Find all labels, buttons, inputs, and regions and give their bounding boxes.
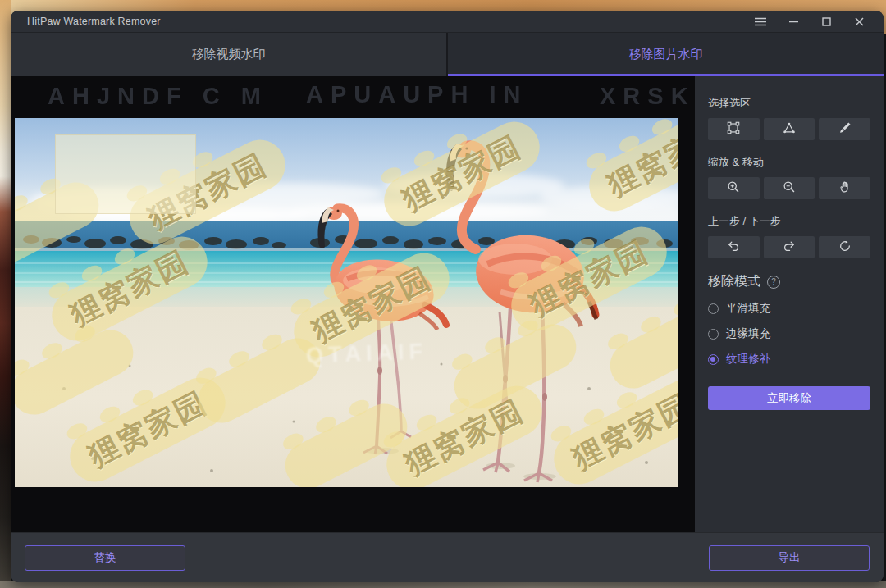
close-icon [855, 17, 864, 26]
tool-undo-button[interactable] [708, 236, 760, 258]
section-label-selection: 选择选区 [708, 96, 870, 111]
radio-selected-icon [708, 354, 719, 365]
minimize-icon [789, 17, 798, 26]
marquee-select-icon [726, 121, 741, 139]
mode-option-label: 平滑填充 [726, 301, 770, 316]
remove-now-button[interactable]: 立即移除 [708, 386, 870, 410]
undo-redo-tool-row [708, 236, 870, 258]
undo-icon [726, 239, 741, 257]
section-label-zoom-move: 缩放 & 移动 [708, 155, 870, 170]
tool-polygon-select-button[interactable] [764, 118, 815, 140]
polygon-select-icon [782, 121, 797, 139]
maximize-icon [822, 17, 831, 26]
footer-bar: 替换 导出 [11, 532, 884, 582]
ghost-watermark: XRSKA [600, 83, 695, 110]
tab-remove-video-watermark[interactable]: 移除视频水印 [11, 33, 446, 76]
titlebar: HitPaw Watermark Remover [11, 11, 884, 33]
main-area: AHJNDF C MAPUAUPH INXRSKA [11, 76, 884, 532]
remove-mode-header: 移除模式 ? [708, 273, 870, 290]
zoom-move-tool-row [708, 177, 870, 199]
ghost-watermark: APUAUPH IN [306, 81, 527, 108]
tool-zoom-in-button[interactable] [708, 177, 760, 199]
mode-option-texture-repair[interactable]: 纹理修补 [708, 352, 870, 367]
window-controls [754, 15, 865, 28]
tool-brush-select-button[interactable] [819, 118, 870, 140]
mode-option-edge-fill[interactable]: 边缘填充 [708, 326, 870, 341]
radio-unselected-icon [708, 303, 719, 314]
mode-option-smooth-fill[interactable]: 平滑填充 [708, 301, 870, 316]
watermark-paw [602, 296, 678, 397]
mode-option-label: 边缘填充 [726, 326, 770, 341]
maximize-button[interactable] [820, 15, 833, 28]
window-title: HitPaw Watermark Remover [27, 16, 161, 27]
section-label-undo-redo: 上一步 / 下一步 [708, 214, 870, 229]
menu-button[interactable] [754, 15, 767, 28]
editor-canvas: AHJNDF C MAPUAUPH INXRSKA [11, 76, 695, 532]
watermark-paw-text: 狸窝家园 [581, 118, 678, 220]
desktop-background-bottom [0, 581, 886, 588]
tool-marquee-select-button[interactable] [708, 118, 760, 140]
export-button[interactable]: 导出 [709, 545, 870, 571]
minimize-button[interactable] [787, 15, 800, 28]
hamburger-icon [755, 17, 766, 26]
tab-label: 移除视频水印 [192, 47, 266, 62]
tools-sidebar: 选择选区 缩放 & 移动 上一步 / 下一步 移除模式 ? 平滑填充边缘填充纹理… [695, 76, 884, 532]
watermark-paw-text: 狸窝家园 [546, 371, 678, 487]
radio-unselected-icon [708, 329, 719, 340]
desktop-background-left [0, 0, 11, 588]
beach-photo[interactable]: 狸窝家园狸窝家园狸窝家园狸窝家园狸窝家园狸窝家园狸窝家园狸窝家园狸窝家园 QTA… [15, 118, 678, 487]
selection-rectangle[interactable] [55, 134, 196, 214]
replace-button[interactable]: 替换 [25, 545, 185, 571]
mode-option-label: 纹理修补 [726, 352, 770, 367]
tool-reset-button[interactable] [819, 236, 870, 258]
remove-mode-label: 移除模式 [708, 273, 760, 290]
redo-icon [782, 239, 797, 257]
remove-mode-options: 平滑填充边缘填充纹理修补 [708, 301, 870, 367]
tool-hand-pan-button[interactable] [819, 177, 870, 199]
app-window: HitPaw Watermark Remover 移除视频水印 移除图片水印 A [11, 11, 884, 582]
brush-select-icon [838, 121, 852, 139]
close-button[interactable] [852, 15, 865, 28]
hand-pan-icon [838, 180, 852, 198]
zoom-out-icon [782, 180, 797, 198]
watermark-paw-text: 狸窝家园 [376, 118, 549, 235]
tab-remove-image-watermark[interactable]: 移除图片水印 [446, 33, 884, 76]
tab-label: 移除图片水印 [629, 47, 703, 62]
tool-zoom-out-button[interactable] [764, 177, 815, 199]
tab-bar: 移除视频水印 移除图片水印 [11, 33, 884, 76]
ghost-watermark: AHJNDF C M [48, 83, 268, 110]
help-icon[interactable]: ? [767, 276, 780, 289]
zoom-in-icon [726, 180, 741, 198]
tool-redo-button[interactable] [764, 236, 815, 258]
sand-ghost-watermark: QTAIAIF [306, 339, 428, 368]
watermark-paw [15, 322, 141, 423]
reset-icon [838, 239, 852, 257]
watermark-paw-text: 狸窝家园 [43, 228, 217, 349]
selection-tool-row [708, 118, 870, 140]
